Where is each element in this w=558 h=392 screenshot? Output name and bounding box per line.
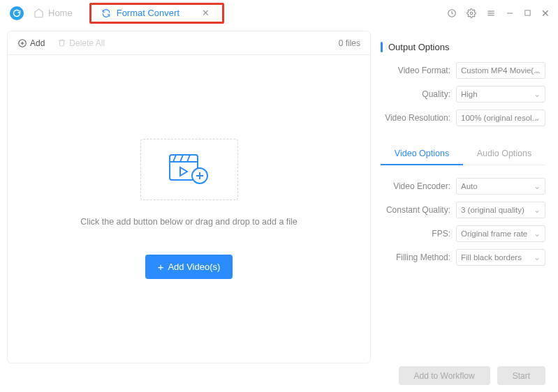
constant-quality-label: Constant Quality:: [381, 205, 450, 215]
add-video-button[interactable]: + Add Video(s): [145, 255, 233, 279]
dropzone-hint: Click the add button below or drag and d…: [80, 217, 298, 227]
svg-rect-6: [525, 10, 530, 15]
home-icon: [34, 8, 44, 18]
convert-icon: [101, 8, 111, 18]
output-options-header: Output Options: [381, 42, 545, 52]
quality-label: Quality:: [381, 89, 450, 99]
quality-select[interactable]: High⌄: [456, 86, 545, 103]
tab-close-icon[interactable]: ✕: [199, 6, 212, 20]
svg-line-14: [187, 155, 190, 162]
tab-format-convert[interactable]: Format Convert ✕: [89, 3, 224, 24]
minimize-icon[interactable]: [506, 9, 514, 17]
constant-quality-select[interactable]: 3 (original quality)⌄: [456, 202, 545, 218]
fps-label: FPS:: [381, 229, 450, 239]
resolution-select[interactable]: 100% (original resol...⌄: [456, 110, 545, 126]
chevron-down-icon: ⌄: [534, 205, 541, 215]
video-format-select[interactable]: Custom MP4 Movie(...⌄: [456, 62, 545, 79]
svg-marker-15: [180, 167, 187, 176]
svg-point-1: [470, 12, 473, 15]
chevron-down-icon: ⌄: [534, 66, 541, 75]
delete-label: Delete All: [69, 38, 105, 48]
chevron-down-icon: ⌄: [534, 181, 541, 191]
chevron-down-icon: ⌄: [534, 229, 541, 239]
home-tab[interactable]: Home: [34, 8, 73, 18]
history-icon[interactable]: [447, 8, 457, 18]
add-to-workflow-button[interactable]: Add to Workflow: [399, 366, 490, 385]
fps-select[interactable]: Original frame rate⌄: [456, 225, 545, 242]
tab-audio-options[interactable]: Audio Options: [463, 143, 545, 165]
chevron-down-icon: ⌄: [534, 113, 541, 123]
encoder-select[interactable]: Auto⌄: [456, 178, 545, 195]
plus-icon: +: [158, 261, 164, 273]
clapper-add-icon: [168, 152, 211, 187]
encoder-label: Video Encoder:: [381, 181, 450, 191]
tab-video-options[interactable]: Video Options: [381, 143, 463, 165]
maximize-icon[interactable]: [524, 9, 531, 17]
options-panel: Output Options Video Format: Custom MP4 …: [378, 31, 551, 363]
file-panel: Add Delete All 0 files: [7, 31, 371, 363]
trash-icon: [57, 38, 66, 47]
add-button[interactable]: Add: [17, 38, 45, 48]
filling-method-select[interactable]: Fill black borders⌄: [456, 249, 545, 266]
video-format-label: Video Format:: [381, 66, 450, 75]
filling-method-label: Filling Method:: [381, 252, 450, 262]
start-button[interactable]: Start: [497, 366, 545, 385]
tab-label: Format Convert: [117, 8, 179, 18]
plus-circle-icon: [17, 38, 27, 48]
close-icon[interactable]: ✕: [541, 8, 550, 19]
app-logo: [10, 6, 24, 20]
home-label: Home: [48, 8, 73, 18]
drop-target: [140, 139, 238, 200]
chevron-down-icon: ⌄: [534, 89, 541, 99]
svg-line-13: [180, 155, 183, 162]
resolution-label: Video Resolution:: [381, 113, 450, 123]
delete-all-button[interactable]: Delete All: [57, 38, 105, 48]
svg-line-12: [173, 155, 176, 162]
add-video-label: Add Video(s): [168, 262, 220, 272]
menu-icon[interactable]: [486, 8, 496, 18]
add-label: Add: [30, 38, 45, 48]
file-count: 0 files: [339, 38, 360, 48]
chevron-down-icon: ⌄: [534, 252, 541, 262]
dropzone[interactable]: Click the add button below or drag and d…: [8, 55, 370, 363]
settings-icon[interactable]: [467, 8, 476, 18]
